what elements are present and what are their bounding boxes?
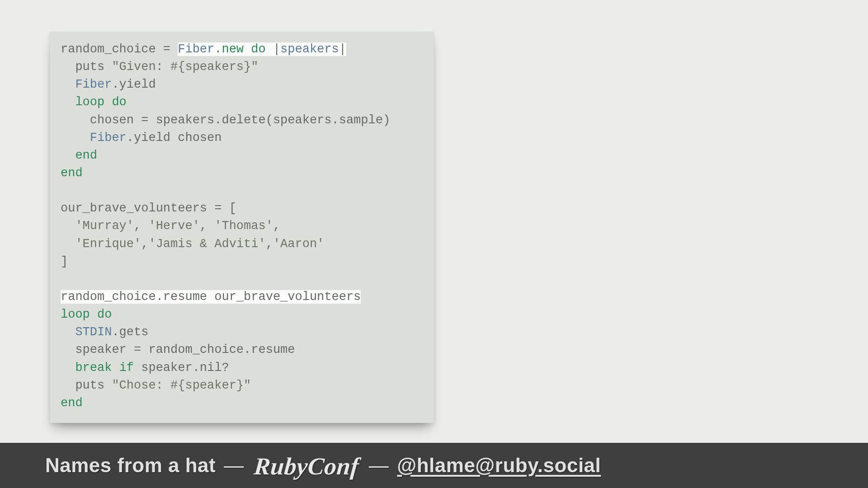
slide-footer: Names from a hat — RubyConf — @hlame@rub… [0,443,868,488]
code-token: speaker.nil? [134,361,229,375]
code-token: 'Murray' [75,219,134,233]
code-token [61,219,75,233]
code-token: chosen = speakers.delete(speakers.sample… [61,113,390,127]
code-token: do [97,308,112,321]
footer-sep-left: — [224,454,244,477]
code-token [244,42,251,56]
code-token: Fiber [75,78,112,91]
footer-handle: @hlame@ruby.social [397,454,601,477]
code-token [61,131,90,145]
code-token [61,78,75,91]
code-token: , [266,237,273,251]
code-token: puts [61,60,112,74]
code-token [61,95,75,109]
code-token: , [200,219,214,233]
code-token: , [141,237,148,251]
code-token: loop [61,308,90,321]
code-token: 'Enrique' [75,237,141,251]
code-token: random_choice = [61,42,178,56]
code-token: | [339,42,346,56]
code-token [61,149,75,162]
code-token: 'Aaron' [273,237,324,251]
code-token: if [119,361,134,375]
code-token: new [222,42,244,56]
footer-sep-right: — [369,454,389,477]
code-token: .gets [112,325,148,339]
code-token: our_brave_volunteers = [ [61,202,236,215]
code-token: 'Jamis & Adviti' [148,237,265,251]
code-token: Fiber [178,42,214,56]
code-card: random_choice = Fiber.new do |speakers| … [50,32,434,423]
code-token [61,361,75,375]
code-token: do [251,42,265,56]
code-token [61,237,75,251]
code-token: . [214,42,222,56]
code-token: STDIN [75,325,112,339]
code-token [112,361,119,375]
code-token: end [75,149,97,162]
code-token [61,325,75,339]
code-token: break [75,361,112,375]
code-token: do [112,95,126,109]
code-token: .yield chosen [127,131,222,145]
code-block: random_choice = Fiber.new do |speakers| … [61,41,423,412]
code-token: speakers [280,42,339,56]
code-token: "Chose: #{speaker}" [112,379,251,392]
code-token: random_choice.resume our_brave_volunteer… [61,290,361,304]
code-token: "Given: #{speakers}" [112,60,258,74]
rubyconf-logo: RubyConf [253,452,360,480]
code-token: end [61,166,83,180]
code-token: .yield [112,78,156,91]
code-token: Fiber [90,131,127,145]
footer-title: Names from a hat [45,454,216,477]
code-token: | [266,42,280,56]
code-token: puts [61,379,112,392]
code-token: ] [61,255,68,268]
code-token: 'Herve' [148,219,199,233]
code-token: 'Thomas' [214,219,273,233]
code-token: , [273,219,280,233]
code-token: end [61,396,83,410]
code-token [104,95,112,109]
code-token: loop [75,95,104,109]
code-token: , [134,219,148,233]
code-token: speaker = random_choice.resume [61,343,295,357]
code-token [90,308,97,321]
